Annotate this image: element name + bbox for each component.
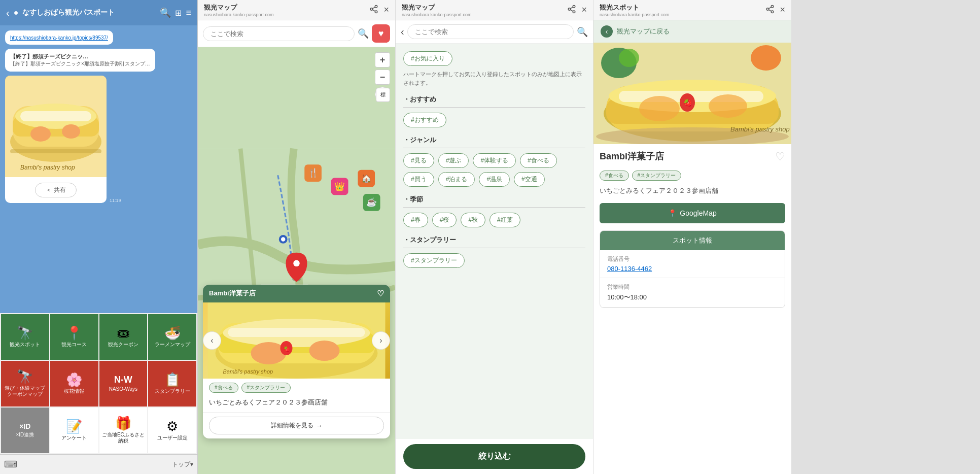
map-tab-button[interactable]: 標 xyxy=(376,88,390,102)
menu-item-ec[interactable]: 🎁 ご当地ECふるさと納税 xyxy=(99,408,148,453)
detail-name-row: Bambi洋菓子店 ♡ xyxy=(600,150,785,166)
menu-item-id[interactable]: ×ID ×ID連携 xyxy=(1,408,49,453)
svg-text:Bambi's pastry shop: Bambi's pastry shop xyxy=(223,368,273,375)
detail-tag-eat[interactable]: #食べる xyxy=(600,171,629,181)
svg-text:☕: ☕ xyxy=(366,197,377,208)
filter-tag-play[interactable]: #遊ぶ xyxy=(438,153,469,168)
menu-item-play-map[interactable]: 🔭 遊び・体験マップクーポンマップ xyxy=(1,361,49,407)
menu-item-sakura[interactable]: 🌸 桜花情報 xyxy=(50,361,98,407)
spot-card-footer: 詳細情報を見る → xyxy=(203,412,390,438)
filter-close-icon[interactable]: × xyxy=(581,5,587,15)
footer-tab[interactable]: トップ▾ xyxy=(172,460,193,469)
menu-label-6: NASO-Ways xyxy=(109,386,137,392)
detail-description: いちごとみるくフェア２０２３参画店舗 xyxy=(600,186,785,196)
menu-label-4: 遊び・体験マップクーポンマップ xyxy=(3,385,47,397)
filter-section-genre: ・ジャンル #見る #遊ぶ #体験する #食べる #買う #泊まる #温泉 #交… xyxy=(403,136,585,187)
filter-title-recommended: ・おすすめ xyxy=(403,95,585,108)
svg-point-37 xyxy=(309,341,340,361)
menu-item-survey[interactable]: 📝 アンケート xyxy=(50,408,98,453)
layout-icon[interactable]: ⊞ xyxy=(175,8,182,18)
detail-share-icon[interactable] xyxy=(765,5,775,16)
filter-tag-sakura[interactable]: #桜 xyxy=(432,213,457,227)
filter-title-stamp: ・スタンプラリー xyxy=(403,235,585,248)
filter-tag-experience[interactable]: #体験する xyxy=(473,153,516,168)
menu-icon[interactable]: ≡ xyxy=(186,8,191,18)
menu-item-kanko-course[interactable]: 📍 観光コース xyxy=(50,314,98,360)
filter-tag-stamp-rally[interactable]: #スタンプラリー xyxy=(403,253,465,268)
filter-browser-header: 観光マップ nasushiobara.kanko-passport.com × xyxy=(396,0,593,20)
filter-tag-stay[interactable]: #泊まる xyxy=(438,172,475,187)
detail-page-title: 観光スポット xyxy=(600,3,670,12)
filter-tag-koyo[interactable]: #紅葉 xyxy=(489,213,520,227)
spot-card-heart[interactable]: ♡ xyxy=(377,289,384,298)
filter-tag-spring[interactable]: #春 xyxy=(403,213,428,227)
food-image-svg: Bambi's pastry shop xyxy=(5,76,107,177)
filter-tag-transport[interactable]: #交通 xyxy=(514,172,545,187)
filter-tag-hot-spring[interactable]: #温泉 xyxy=(479,172,510,187)
detail-tag-stamp[interactable]: #スタンプラリー xyxy=(632,171,682,181)
detail-heart-icon[interactable]: ♡ xyxy=(775,150,785,163)
spot-card-header: Bambi洋菓子店 ♡ xyxy=(203,285,390,302)
phone-value[interactable]: 080-1136-4462 xyxy=(607,265,778,273)
back-nav-icon[interactable]: ‹ xyxy=(601,25,613,38)
chat-bubble-link: https://nasushiobara-kanko.jp/topics/895… xyxy=(5,30,113,45)
detail-main-image: 🍓 Bambi's pastry shop xyxy=(593,43,791,144)
google-map-button[interactable]: 📍 GoogleMap xyxy=(600,203,785,223)
zoom-out-button[interactable]: − xyxy=(375,70,390,85)
close-icon[interactable]: × xyxy=(383,5,389,15)
filter-title-season: ・季節 xyxy=(403,195,585,208)
filter-tag-eat[interactable]: #食べる xyxy=(520,153,557,168)
svg-line-44 xyxy=(571,10,573,11)
survey-icon: 📝 xyxy=(66,420,82,433)
spot-info-phone-row: 電話番号 080-1136-4462 xyxy=(600,250,785,278)
filter-search-button[interactable]: 🔍 xyxy=(577,26,588,38)
filter-tag-favorite[interactable]: #お気に入り xyxy=(403,51,452,66)
filter-tag-buy[interactable]: #買う xyxy=(403,172,434,187)
menu-item-naso-ways[interactable]: N-W NASO-Ways xyxy=(99,361,148,407)
tag-stamp[interactable]: #スタンプラリー xyxy=(241,383,291,393)
filter-share-icon[interactable] xyxy=(567,5,576,16)
map-browser-header: 観光マップ nasushiobara.kanko-passport.com × xyxy=(198,0,395,20)
filter-search-input[interactable] xyxy=(407,24,574,39)
google-map-label: GoogleMap xyxy=(680,209,716,217)
spot-card-prev-button[interactable]: ‹ xyxy=(203,331,221,350)
menu-item-settings[interactable]: ⚙ ユーザー設定 xyxy=(148,408,196,453)
back-icon[interactable]: ‹ xyxy=(6,7,10,19)
zoom-in-button[interactable]: + xyxy=(375,52,390,67)
filter-search-bar: ‹ 🔍 xyxy=(396,20,593,44)
tag-food[interactable]: #食べる xyxy=(209,383,238,393)
map-search-button[interactable]: 🔍 xyxy=(358,28,369,39)
back-nav-label[interactable]: 観光マップに戻る xyxy=(617,27,670,36)
filter-back-icon[interactable]: ‹ xyxy=(401,26,404,38)
menu-item-stamp[interactable]: 📋 スタンプラリー xyxy=(148,361,196,407)
detail-header-left: 観光スポット nasushiobara.kanko-passport.com xyxy=(600,3,670,17)
menu-item-ramen[interactable]: 🍜 ラーメンマップ xyxy=(148,314,196,360)
filter-tag-see[interactable]: #見る xyxy=(403,153,434,168)
map-search-input[interactable] xyxy=(203,26,355,41)
spot-card-next-button[interactable]: › xyxy=(372,331,390,350)
chat-footer: ⌨ トップ▾ xyxy=(0,454,197,474)
filter-tag-autumn[interactable]: #秋 xyxy=(461,213,485,227)
menu-item-coupon[interactable]: 🎟 観光クーポン xyxy=(99,314,148,360)
menu-label-0: 観光スポット xyxy=(10,342,40,348)
id-icon: ×ID xyxy=(19,423,30,430)
chat-link[interactable]: https://nasushiobara-kanko.jp/topics/895… xyxy=(10,35,108,41)
svg-text:Bambi's pastry shop: Bambi's pastry shop xyxy=(20,164,75,171)
svg-line-14 xyxy=(373,7,375,8)
map-heart-button[interactable]: ♥ xyxy=(372,24,390,43)
share-icon[interactable] xyxy=(369,5,378,16)
detail-button[interactable]: 詳細情報を見る → xyxy=(209,417,384,434)
chat-share-button[interactable]: ＜ 共有 xyxy=(35,183,76,197)
filter-tags-genre: #見る #遊ぶ #体験する #食べる #買う #泊まる #温泉 #交通 xyxy=(403,153,585,187)
filter-tag-recommended[interactable]: #おすすめ xyxy=(403,113,446,127)
detail-close-icon[interactable]: × xyxy=(780,5,785,15)
filter-apply-button[interactable]: 絞り込む xyxy=(403,444,585,469)
map-area: 🍴 👑 🏠 ☕ Bambi洋菓子店 xyxy=(198,47,395,474)
detail-content: Bambi洋菓子店 ♡ #食べる #スタンプラリー いちごとみるくフェア２０２３… xyxy=(593,144,791,474)
filter-tags-season: #春 #桜 #秋 #紅葉 xyxy=(403,213,585,227)
filter-title-genre: ・ジャンル xyxy=(403,136,585,148)
menu-item-kanko-spot[interactable]: 🔭 観光スポット xyxy=(1,314,49,360)
menu-label-11: ユーザー設定 xyxy=(157,435,188,441)
search-icon[interactable]: 🔍 xyxy=(160,7,171,18)
sakura-icon: 🌸 xyxy=(66,373,82,386)
